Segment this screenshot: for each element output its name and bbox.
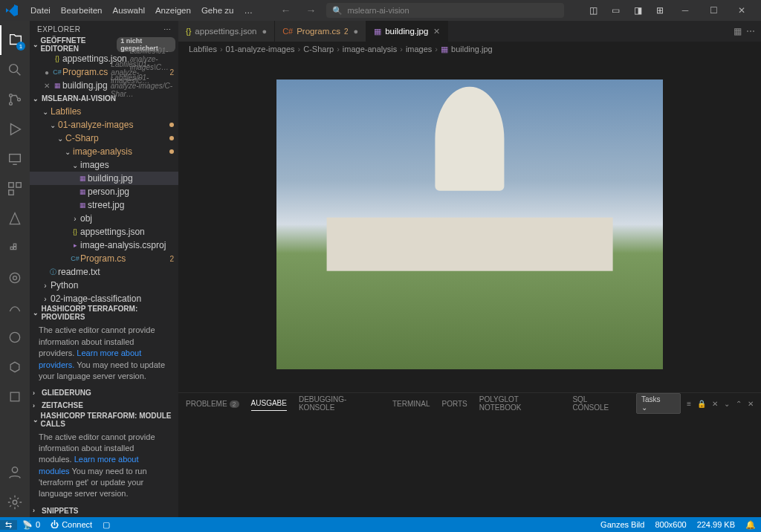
- tree-item[interactable]: C#Program.cs2: [30, 252, 178, 265]
- image-viewer[interactable]: [178, 56, 761, 392]
- tree-item[interactable]: ⌄images: [30, 158, 178, 172]
- menu-…[interactable]: …: [239, 3, 258, 18]
- tree-item[interactable]: ›obj: [30, 212, 178, 225]
- menu-gehe zu[interactable]: Gehe zu: [196, 3, 239, 18]
- activity-account[interactable]: [0, 458, 30, 487]
- section-outline[interactable]: › GLIEDERUNG: [30, 386, 178, 399]
- window-close-icon[interactable]: ✕: [728, 0, 755, 21]
- activity-remote[interactable]: [0, 144, 30, 174]
- chevron-up-icon[interactable]: ⌃: [736, 400, 742, 408]
- editor-tab[interactable]: ▦building.jpg✕: [366, 21, 448, 42]
- activity-source-control[interactable]: [0, 85, 30, 114]
- layout-panel-icon[interactable]: ▭: [605, 2, 626, 19]
- breadcrumb-item[interactable]: Labfiles: [189, 45, 217, 53]
- breadcrumb-item[interactable]: images: [406, 45, 432, 53]
- status-remote[interactable]: ⇆: [0, 520, 17, 530]
- nav-back-icon[interactable]: ←: [276, 3, 295, 18]
- svg-point-13: [10, 332, 19, 342]
- command-center-search[interactable]: 🔍 mslearn-ai-vision: [326, 3, 564, 18]
- tree-item[interactable]: {}appsettings.json: [30, 225, 178, 239]
- activity-misc-1[interactable]: [0, 263, 30, 293]
- menu-datei[interactable]: Datei: [25, 3, 56, 18]
- list-icon[interactable]: ≡: [687, 400, 691, 408]
- tree-item[interactable]: ▸image-analysis.csproj: [30, 239, 178, 252]
- clear-icon[interactable]: ✕: [712, 400, 718, 408]
- activity-misc-3[interactable]: [0, 322, 30, 352]
- layout-sidebar-left-icon[interactable]: ◫: [583, 2, 603, 19]
- building-image: [276, 80, 663, 369]
- breadcrumb-item[interactable]: 01-analyze-images: [226, 45, 295, 53]
- nav-forward-icon[interactable]: →: [301, 3, 320, 18]
- status-info[interactable]: Ganzes Bild: [595, 520, 650, 530]
- panel-tab-sql console[interactable]: SQL CONSOLE: [572, 392, 624, 415]
- window-maximize-icon[interactable]: ☐: [700, 0, 727, 21]
- tree-item[interactable]: ⌄Labfiles: [30, 105, 178, 118]
- tree-item[interactable]: ▦street.jpg: [30, 198, 178, 212]
- section-providers[interactable]: ⌄ HASHICORP TERRAFORM: PROVIDERS: [30, 305, 178, 320]
- activity-explorer[interactable]: 1: [0, 25, 30, 55]
- activity-search[interactable]: [0, 55, 30, 85]
- task-select[interactable]: Tasks ⌄: [636, 393, 681, 414]
- chevron-down-icon: ⌄: [33, 416, 39, 424]
- section-timeline[interactable]: › ZEITACHSE: [30, 399, 178, 412]
- activity-run-debug[interactable]: [0, 114, 30, 144]
- tree-item[interactable]: ⌄image-analysis: [30, 145, 178, 158]
- tree-item[interactable]: ⌄01-analyze-images: [30, 118, 178, 132]
- panel-tab-ports[interactable]: PORTS: [441, 397, 467, 411]
- panel-tab-polyglot notebook[interactable]: POLYGLOT NOTEBOOK: [479, 392, 561, 415]
- more-icon[interactable]: ⋯: [163, 25, 172, 33]
- svg-point-3: [18, 98, 21, 101]
- menu-anzeigen[interactable]: Anzeigen: [150, 3, 196, 18]
- status-notifications[interactable]: 🔔: [740, 520, 761, 530]
- modified-dot-icon[interactable]: ●: [354, 27, 359, 36]
- panel-tab-ausgabe[interactable]: AUSGABE: [251, 396, 287, 411]
- activity-azure[interactable]: [0, 204, 30, 233]
- section-snippets[interactable]: › SNIPPETS: [30, 505, 178, 517]
- menu-bearbeiten[interactable]: Bearbeiten: [56, 3, 108, 18]
- panel-tab-terminal[interactable]: TERMINAL: [392, 397, 430, 411]
- more-icon[interactable]: ⋯: [746, 26, 755, 36]
- breadcrumb-item[interactable]: image-analysis: [343, 45, 397, 53]
- tree-item[interactable]: ›Python: [30, 279, 178, 292]
- status-misc[interactable]: ▢: [97, 520, 115, 530]
- breadcrumb-item[interactable]: building.jpg: [451, 45, 493, 53]
- tree-item[interactable]: ▦person.jpg: [30, 185, 178, 198]
- modules-message: The active editor cannot provide informa…: [30, 427, 178, 505]
- breadcrumb[interactable]: Labfiles›01-analyze-images›C-Sharp›image…: [178, 42, 761, 56]
- panel-tab-probleme[interactable]: PROBLEME2: [186, 397, 239, 411]
- split-editor-icon[interactable]: ▦: [734, 26, 742, 36]
- section-modules[interactable]: ⌄ HASHICORP TERRAFORM: MODULE CALLS: [30, 412, 178, 427]
- layout-sidebar-right-icon[interactable]: ◨: [627, 2, 648, 19]
- providers-message: The active editor cannot provide informa…: [30, 320, 178, 386]
- activity-extensions[interactable]: [0, 174, 30, 204]
- svg-point-15: [12, 467, 17, 473]
- close-icon[interactable]: ✕: [433, 27, 440, 36]
- modified-dot-icon[interactable]: ●: [262, 27, 267, 36]
- section-label: GEÖFFNETE EDITOREN: [40, 36, 112, 53]
- close-panel-icon[interactable]: ✕: [748, 400, 754, 408]
- customize-layout-icon[interactable]: ⊞: [650, 2, 670, 19]
- open-editor-item[interactable]: ✕▦ building.jpgLabfiles/01-analyze-image…: [30, 79, 178, 92]
- activity-misc-5[interactable]: [0, 382, 30, 412]
- status-ports[interactable]: 📡0: [17, 520, 45, 530]
- menu-auswahl[interactable]: Auswahl: [107, 3, 149, 18]
- chevron-right-icon: ›: [33, 402, 40, 409]
- tree-item[interactable]: ›02-image-classification: [30, 292, 178, 305]
- status-connect[interactable]: ⏻Connect: [45, 520, 97, 529]
- panel-tab-debugging-konsole[interactable]: DEBUGGING-KONSOLE: [299, 392, 380, 415]
- breadcrumb-item[interactable]: C-Sharp: [303, 45, 334, 53]
- chevron-down-icon[interactable]: ⌄: [724, 400, 730, 408]
- activity-misc-4[interactable]: [0, 352, 30, 382]
- activity-misc-2[interactable]: [0, 293, 30, 322]
- tree-item[interactable]: ⓘreadme.txt: [30, 265, 178, 279]
- tree-item[interactable]: ▦building.jpg: [30, 172, 178, 185]
- editor-tab[interactable]: {}appsettings.json●: [178, 21, 275, 42]
- window-minimize-icon[interactable]: ─: [672, 0, 699, 21]
- tree-item[interactable]: ⌄C-Sharp: [30, 132, 178, 145]
- status-info[interactable]: 800x600: [650, 520, 691, 530]
- activity-settings[interactable]: [0, 487, 30, 517]
- status-info[interactable]: 224.99 KB: [692, 520, 740, 530]
- activity-docker[interactable]: [0, 233, 30, 263]
- editor-tab[interactable]: C#Program.cs2●: [275, 21, 366, 42]
- lock-icon[interactable]: 🔒: [697, 400, 706, 408]
